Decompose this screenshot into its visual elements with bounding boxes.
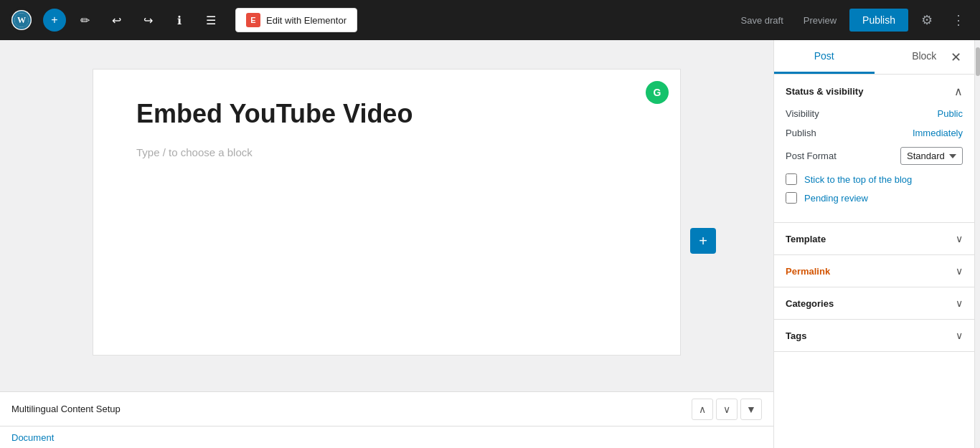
sidebar-tabs: Post Block ✕ [774, 40, 974, 75]
ellipsis-icon: ⋮ [952, 12, 965, 28]
settings-button[interactable]: ⚙ [914, 7, 940, 33]
tab-post[interactable]: Post [774, 40, 875, 74]
toolbar: W + ✏ ↩ ↪ ℹ ☰ E Edit with Elementor Save… [0, 0, 980, 40]
expand-icon: ▼ [746, 404, 756, 415]
add-block-toolbar-button[interactable]: + [43, 9, 66, 32]
status-visibility-title: Status & visibility [786, 86, 863, 97]
visibility-row: Visibility Public [786, 108, 963, 119]
collapse-down-button[interactable]: ∨ [716, 399, 738, 420]
template-panel: Template ∨ [774, 223, 974, 255]
undo-icon: ↩ [112, 14, 121, 27]
sidebar: Post Block ✕ Status & visibility ∧ Visib… [773, 40, 974, 448]
permalink-header[interactable]: Permalink ∨ [774, 255, 974, 287]
save-draft-button[interactable]: Save draft [734, 11, 791, 30]
publish-label: Publish [786, 128, 816, 138]
stick-to-top-checkbox[interactable] [786, 173, 797, 185]
pending-review-label[interactable]: Pending review [804, 193, 868, 204]
gear-icon: ⚙ [921, 12, 933, 28]
post-format-row: Post Format Standard [786, 147, 963, 165]
visibility-value[interactable]: Public [938, 108, 963, 119]
add-block-inline-button[interactable]: + [690, 228, 716, 254]
categories-chevron: ∨ [956, 297, 963, 309]
editor-inner[interactable]: G Embed YouTube Video Type / to choose a… [93, 69, 681, 356]
template-title: Template [786, 234, 826, 244]
permalink-panel: Permalink ∨ [774, 255, 974, 287]
categories-panel: Categories ∨ [774, 287, 974, 320]
editor-area: G Embed YouTube Video Type / to choose a… [0, 40, 773, 448]
chevron-up-icon: ∧ [699, 404, 706, 415]
info-button[interactable]: ℹ [166, 7, 192, 33]
main-area: G Embed YouTube Video Type / to choose a… [0, 40, 980, 448]
sidebar-content: Status & visibility ∧ Visibility Public … [774, 75, 974, 448]
permalink-title: Permalink [786, 266, 830, 277]
post-format-select[interactable]: Standard [900, 147, 963, 165]
list-view-button[interactable]: ☰ [198, 7, 224, 33]
visibility-label: Visibility [786, 108, 819, 119]
wp-logo: W [9, 7, 34, 33]
tags-chevron: ∨ [956, 330, 963, 341]
tags-header[interactable]: Tags ∨ [774, 320, 974, 351]
permalink-chevron: ∨ [956, 265, 963, 277]
bottom-bar: Multilingual Content Setup ∧ ∨ ▼ [0, 391, 773, 426]
sidebar-scrollbar[interactable] [974, 40, 980, 448]
post-title[interactable]: Embed YouTube Video [136, 98, 637, 129]
stick-to-top-label[interactable]: Stick to the top of the blog [804, 174, 912, 185]
chevron-down-icon: ∨ [723, 404, 730, 415]
stick-to-top-row: Stick to the top of the blog [786, 173, 963, 185]
status-visibility-body: Visibility Public Publish Immediately Po… [774, 108, 974, 222]
redo-button[interactable]: ↪ [135, 7, 161, 33]
info-icon: ℹ [177, 14, 182, 27]
block-placeholder[interactable]: Type / to choose a block [136, 146, 637, 158]
expand-button[interactable]: ▼ [740, 399, 762, 420]
close-icon: ✕ [951, 49, 961, 65]
tools-button[interactable]: ✏ [72, 7, 98, 33]
multilingual-label: Multilingual Content Setup [11, 404, 692, 414]
sidebar-scrollbar-thumb [976, 47, 980, 76]
pending-review-row: Pending review [786, 192, 963, 204]
categories-header[interactable]: Categories ∨ [774, 287, 974, 319]
status-visibility-header[interactable]: Status & visibility ∧ [774, 75, 974, 108]
tags-title: Tags [786, 330, 806, 341]
categories-title: Categories [786, 298, 834, 309]
preview-button[interactable]: Preview [796, 11, 844, 30]
redo-icon: ↪ [143, 14, 153, 27]
sidebar-close-button[interactable]: ✕ [946, 47, 966, 67]
toolbar-right: Save draft Preview Publish ⚙ ⋮ [734, 7, 971, 33]
grammarly-icon: G [646, 81, 669, 104]
edit-with-elementor-button[interactable]: E Edit with Elementor [235, 8, 357, 32]
pen-icon: ✏ [80, 14, 90, 27]
more-options-button[interactable]: ⋮ [946, 7, 971, 33]
pending-review-checkbox[interactable] [786, 192, 797, 204]
svg-text:W: W [17, 15, 26, 25]
plus-icon: + [51, 14, 57, 27]
editor-content: G Embed YouTube Video Type / to choose a… [0, 40, 773, 391]
collapse-up-button[interactable]: ∧ [692, 399, 713, 420]
plus-inline-icon: + [699, 234, 707, 248]
publish-value[interactable]: Immediately [913, 128, 963, 138]
status-visibility-toggle: ∧ [954, 85, 963, 98]
template-header[interactable]: Template ∨ [774, 223, 974, 254]
list-icon: ☰ [206, 14, 216, 27]
template-chevron: ∨ [956, 233, 963, 244]
post-format-label: Post Format [786, 151, 837, 161]
status-visibility-panel: Status & visibility ∧ Visibility Public … [774, 75, 974, 223]
undo-button[interactable]: ↩ [103, 7, 129, 33]
publish-row: Publish Immediately [786, 128, 963, 138]
document-link[interactable]: Document [11, 426, 54, 448]
elementor-icon: E [246, 13, 260, 27]
bottom-bar-actions: ∧ ∨ ▼ [692, 399, 762, 420]
publish-button[interactable]: Publish [849, 9, 908, 32]
tags-panel: Tags ∨ [774, 320, 974, 352]
